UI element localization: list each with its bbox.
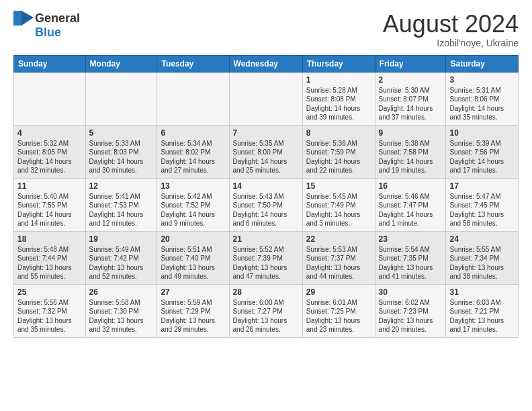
calendar-week-row: 1Sunrise: 5:28 AM Sunset: 8:08 PM Daylig… — [14, 72, 519, 125]
calendar-cell: 12Sunrise: 5:41 AM Sunset: 7:53 PM Dayli… — [85, 178, 157, 231]
day-number: 31 — [449, 287, 515, 297]
day-number: 19 — [89, 234, 154, 244]
day-info: Sunrise: 5:51 AM Sunset: 7:40 PM Dayligh… — [161, 245, 225, 281]
day-info: Sunrise: 5:33 AM Sunset: 8:03 PM Dayligh… — [89, 139, 154, 175]
calendar-week-row: 11Sunrise: 5:40 AM Sunset: 7:55 PM Dayli… — [14, 178, 519, 231]
calendar-header-saturday: Saturday — [446, 55, 519, 72]
day-number: 21 — [233, 234, 299, 244]
day-number: 4 — [17, 128, 82, 138]
day-number: 15 — [306, 181, 371, 191]
calendar-cell: 19Sunrise: 5:49 AM Sunset: 7:42 PM Dayli… — [85, 231, 157, 284]
day-number: 8 — [306, 128, 371, 138]
calendar-cell: 11Sunrise: 5:40 AM Sunset: 7:55 PM Dayli… — [14, 178, 86, 231]
day-info: Sunrise: 5:39 AM Sunset: 7:56 PM Dayligh… — [449, 139, 515, 175]
day-number: 18 — [17, 234, 82, 244]
day-number: 22 — [306, 234, 371, 244]
page: General Blue August 2024 Izobil'noye, Uk… — [0, 0, 532, 345]
calendar-cell — [85, 72, 157, 125]
day-info: Sunrise: 5:43 AM Sunset: 7:50 PM Dayligh… — [233, 192, 299, 228]
calendar-cell: 29Sunrise: 6:01 AM Sunset: 7:25 PM Dayli… — [302, 284, 375, 337]
calendar-table: SundayMondayTuesdayWednesdayThursdayFrid… — [13, 55, 519, 338]
calendar-cell: 21Sunrise: 5:52 AM Sunset: 7:39 PM Dayli… — [229, 231, 302, 284]
day-number: 2 — [379, 75, 443, 85]
calendar-cell: 16Sunrise: 5:46 AM Sunset: 7:47 PM Dayli… — [375, 178, 446, 231]
calendar-cell: 18Sunrise: 5:48 AM Sunset: 7:44 PM Dayli… — [14, 231, 86, 284]
calendar-header-row: SundayMondayTuesdayWednesdayThursdayFrid… — [14, 55, 519, 72]
title-location: Izobil'noye, Ukraine — [383, 38, 519, 48]
calendar-week-row: 18Sunrise: 5:48 AM Sunset: 7:44 PM Dayli… — [14, 231, 519, 284]
calendar-week-row: 25Sunrise: 5:56 AM Sunset: 7:32 PM Dayli… — [14, 284, 519, 337]
day-number: 13 — [161, 181, 225, 191]
day-info: Sunrise: 6:02 AM Sunset: 7:23 PM Dayligh… — [379, 298, 443, 334]
calendar-cell — [157, 72, 229, 125]
svg-rect-0 — [13, 11, 21, 26]
day-number: 25 — [17, 287, 82, 297]
calendar-cell: 3Sunrise: 5:31 AM Sunset: 8:06 PM Daylig… — [446, 72, 519, 125]
calendar-header-thursday: Thursday — [302, 55, 375, 72]
calendar-cell: 27Sunrise: 5:59 AM Sunset: 7:29 PM Dayli… — [157, 284, 229, 337]
calendar-cell: 6Sunrise: 5:34 AM Sunset: 8:02 PM Daylig… — [157, 125, 229, 178]
calendar-cell: 10Sunrise: 5:39 AM Sunset: 7:56 PM Dayli… — [446, 125, 519, 178]
day-number: 23 — [379, 234, 443, 244]
calendar-cell: 26Sunrise: 5:58 AM Sunset: 7:30 PM Dayli… — [85, 284, 157, 337]
calendar-header-friday: Friday — [375, 55, 446, 72]
day-info: Sunrise: 5:45 AM Sunset: 7:49 PM Dayligh… — [306, 192, 371, 228]
day-info: Sunrise: 5:38 AM Sunset: 7:58 PM Dayligh… — [379, 139, 443, 175]
calendar-cell: 5Sunrise: 5:33 AM Sunset: 8:03 PM Daylig… — [85, 125, 157, 178]
calendar-cell: 15Sunrise: 5:45 AM Sunset: 7:49 PM Dayli… — [302, 178, 375, 231]
calendar-header-tuesday: Tuesday — [157, 55, 229, 72]
calendar-cell — [14, 72, 86, 125]
day-number: 30 — [379, 287, 443, 297]
logo: General Blue — [13, 11, 80, 40]
calendar-cell: 7Sunrise: 5:35 AM Sunset: 8:00 PM Daylig… — [229, 125, 302, 178]
logo-top: General — [13, 11, 80, 26]
day-number: 5 — [89, 128, 154, 138]
calendar-cell: 24Sunrise: 5:55 AM Sunset: 7:34 PM Dayli… — [446, 231, 519, 284]
calendar-cell: 20Sunrise: 5:51 AM Sunset: 7:40 PM Dayli… — [157, 231, 229, 284]
day-info: Sunrise: 5:59 AM Sunset: 7:29 PM Dayligh… — [161, 298, 225, 334]
day-info: Sunrise: 5:47 AM Sunset: 7:45 PM Dayligh… — [449, 192, 515, 228]
calendar-cell: 30Sunrise: 6:02 AM Sunset: 7:23 PM Dayli… — [375, 284, 446, 337]
day-number: 20 — [161, 234, 225, 244]
day-number: 3 — [449, 75, 515, 85]
day-info: Sunrise: 5:42 AM Sunset: 7:52 PM Dayligh… — [161, 192, 225, 228]
day-info: Sunrise: 5:30 AM Sunset: 8:07 PM Dayligh… — [379, 86, 443, 122]
title-month: August 2024 — [383, 11, 519, 38]
logo-blue: Blue — [35, 26, 61, 40]
day-number: 27 — [161, 287, 225, 297]
calendar-cell: 1Sunrise: 5:28 AM Sunset: 8:08 PM Daylig… — [302, 72, 375, 125]
calendar-cell: 8Sunrise: 5:36 AM Sunset: 7:59 PM Daylig… — [302, 125, 375, 178]
calendar-cell: 28Sunrise: 6:00 AM Sunset: 7:27 PM Dayli… — [229, 284, 302, 337]
day-number: 7 — [233, 128, 299, 138]
calendar-cell: 4Sunrise: 5:32 AM Sunset: 8:05 PM Daylig… — [14, 125, 86, 178]
calendar-cell: 31Sunrise: 6:03 AM Sunset: 7:21 PM Dayli… — [446, 284, 519, 337]
day-number: 24 — [449, 234, 515, 244]
day-info: Sunrise: 5:41 AM Sunset: 7:53 PM Dayligh… — [89, 192, 154, 228]
calendar-header-sunday: Sunday — [14, 55, 86, 72]
day-number: 16 — [379, 181, 443, 191]
day-info: Sunrise: 5:48 AM Sunset: 7:44 PM Dayligh… — [17, 245, 82, 281]
day-info: Sunrise: 5:55 AM Sunset: 7:34 PM Dayligh… — [449, 245, 515, 281]
day-number: 12 — [89, 181, 154, 191]
day-number: 1 — [306, 75, 371, 85]
calendar-cell: 9Sunrise: 5:38 AM Sunset: 7:58 PM Daylig… — [375, 125, 446, 178]
calendar-header-monday: Monday — [85, 55, 157, 72]
day-number: 10 — [449, 128, 515, 138]
day-info: Sunrise: 5:53 AM Sunset: 7:37 PM Dayligh… — [306, 245, 371, 281]
calendar-cell — [229, 72, 302, 125]
day-number: 26 — [89, 287, 154, 297]
day-info: Sunrise: 6:00 AM Sunset: 7:27 PM Dayligh… — [233, 298, 299, 334]
calendar-cell: 23Sunrise: 5:54 AM Sunset: 7:35 PM Dayli… — [375, 231, 446, 284]
day-number: 6 — [161, 128, 225, 138]
day-info: Sunrise: 5:35 AM Sunset: 8:00 PM Dayligh… — [233, 139, 299, 175]
day-info: Sunrise: 5:32 AM Sunset: 8:05 PM Dayligh… — [17, 139, 82, 175]
day-number: 14 — [233, 181, 299, 191]
day-info: Sunrise: 5:36 AM Sunset: 7:59 PM Dayligh… — [306, 139, 371, 175]
calendar-week-row: 4Sunrise: 5:32 AM Sunset: 8:05 PM Daylig… — [14, 125, 519, 178]
header: General Blue August 2024 Izobil'noye, Uk… — [13, 11, 519, 48]
day-info: Sunrise: 5:54 AM Sunset: 7:35 PM Dayligh… — [379, 245, 443, 281]
day-info: Sunrise: 5:49 AM Sunset: 7:42 PM Dayligh… — [89, 245, 154, 281]
calendar-cell: 2Sunrise: 5:30 AM Sunset: 8:07 PM Daylig… — [375, 72, 446, 125]
day-info: Sunrise: 6:03 AM Sunset: 7:21 PM Dayligh… — [449, 298, 515, 334]
day-info: Sunrise: 5:31 AM Sunset: 8:06 PM Dayligh… — [449, 86, 515, 122]
